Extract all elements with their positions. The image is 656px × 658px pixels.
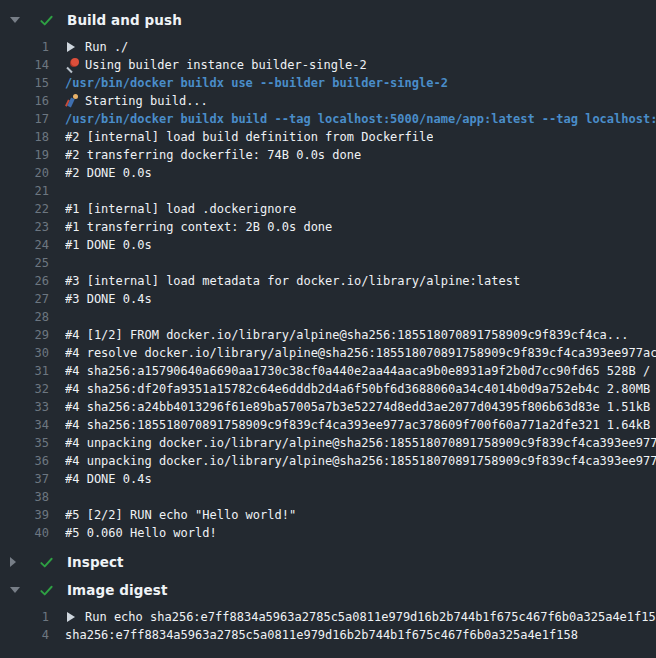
log-line: 1 Run ./: [0, 38, 656, 56]
log-text: /usr/bin/docker buildx use --builder bui…: [65, 76, 448, 90]
log-line: 1 Run echo sha256:e7ff8834a5963a2785c5a0…: [0, 608, 656, 626]
log-text: #4 sha256:a24bb4013296f61e89ba57005a7b3e…: [65, 400, 656, 414]
log-line: 27 #3 DONE 0.4s: [0, 290, 656, 308]
line-number[interactable]: 31: [0, 364, 49, 378]
log-line: 35 #4 unpacking docker.io/library/alpine…: [0, 434, 656, 452]
section-build-and-push: Build and push 1 Run ./ 14 Using builder…: [0, 6, 656, 548]
success-check-icon: [38, 12, 54, 28]
log-text: #4 resolve docker.io/library/alpine@sha2…: [65, 346, 656, 360]
log-line: 16 Starting build...: [0, 92, 656, 110]
log-line: 29 #4 [1/2] FROM docker.io/library/alpin…: [0, 326, 656, 344]
line-number[interactable]: 21: [0, 184, 49, 198]
log-text: #2 transferring dockerfile: 74B 0.0s don…: [65, 148, 361, 162]
section-title: Inspect: [67, 554, 124, 570]
section-image-digest: Image digest 1 Run echo sha256:e7ff8834a…: [0, 576, 656, 650]
play-icon: [65, 40, 81, 54]
log-text: #1 transferring context: 2B 0.0s done: [65, 220, 332, 234]
line-number[interactable]: 35: [0, 436, 49, 450]
line-number[interactable]: 24: [0, 238, 49, 252]
log-line: 37 #4 DONE 0.4s: [0, 470, 656, 488]
log-text: #4 sha256:a15790640a6690aa1730c38cf0a440…: [65, 364, 656, 378]
line-number[interactable]: 18: [0, 130, 49, 144]
log-text: #2 [internal] load build definition from…: [65, 130, 433, 144]
line-number[interactable]: 39: [0, 508, 49, 522]
line-number[interactable]: 27: [0, 292, 49, 306]
line-number[interactable]: 25: [0, 256, 49, 270]
log-line: 15 /usr/bin/docker buildx use --builder …: [0, 74, 656, 92]
line-number[interactable]: 19: [0, 148, 49, 162]
line-number[interactable]: 33: [0, 400, 49, 414]
log-block-image-digest: 1 Run echo sha256:e7ff8834a5963a2785c5a0…: [0, 604, 656, 650]
log-line: 22 #1 [internal] load .dockerignore: [0, 200, 656, 218]
log-line: 23 #1 transferring context: 2B 0.0s done: [0, 218, 656, 236]
line-number[interactable]: 28: [0, 310, 49, 324]
line-number[interactable]: 36: [0, 454, 49, 468]
line-number[interactable]: 14: [0, 58, 49, 72]
log-text: #5 [2/2] RUN echo "Hello world!": [65, 508, 296, 522]
line-number[interactable]: 40: [0, 526, 49, 540]
success-check-icon: [38, 554, 54, 570]
log-text: #4 unpacking docker.io/library/alpine@sh…: [65, 436, 656, 450]
log-text: Starting build...: [85, 94, 208, 108]
log-line: 38: [0, 488, 656, 506]
log-text: #4 sha256:df20fa9351a15782c64e6dddb2d4a6…: [65, 382, 656, 396]
log-text: #5 0.060 Hello world!: [65, 526, 217, 540]
actions-log-viewer: Build and push 1 Run ./ 14 Using builder…: [0, 0, 656, 650]
log-line: 19 #2 transferring dockerfile: 74B 0.0s …: [0, 146, 656, 164]
line-number[interactable]: 20: [0, 166, 49, 180]
log-line: 17 /usr/bin/docker buildx build --tag lo…: [0, 110, 656, 128]
log-text: Run echo sha256:e7ff8834a5963a2785c5a081…: [85, 610, 656, 624]
section-inspect: Inspect: [0, 548, 656, 576]
line-number[interactable]: 26: [0, 274, 49, 288]
line-number[interactable]: 32: [0, 382, 49, 396]
play-icon: [65, 610, 81, 624]
runner-icon: [65, 94, 81, 108]
log-text: #4 sha256:185518070891758909c9f839cf4ca3…: [65, 418, 656, 432]
line-number[interactable]: 38: [0, 490, 49, 504]
log-line: 36 #4 unpacking docker.io/library/alpine…: [0, 452, 656, 470]
chevron-right-icon[interactable]: [10, 557, 26, 567]
line-number[interactable]: 15: [0, 76, 49, 90]
section-header-build-and-push[interactable]: Build and push: [0, 6, 656, 34]
log-text: /usr/bin/docker buildx build --tag local…: [65, 112, 656, 126]
log-line: 40 #5 0.060 Hello world!: [0, 524, 656, 542]
section-header-inspect[interactable]: Inspect: [0, 548, 656, 576]
pushpin-icon: [65, 58, 81, 72]
line-number[interactable]: 16: [0, 94, 49, 108]
section-title: Build and push: [67, 12, 182, 28]
log-text: Using builder instance builder-single-2: [85, 58, 367, 72]
section-header-image-digest[interactable]: Image digest: [0, 576, 656, 604]
line-number[interactable]: 29: [0, 328, 49, 342]
chevron-down-icon[interactable]: [10, 17, 26, 23]
log-block-build-and-push: 1 Run ./ 14 Using builder instance build…: [0, 34, 656, 548]
line-number[interactable]: 22: [0, 202, 49, 216]
log-text: sha256:e7ff8834a5963a2785c5a0811e979d16b…: [65, 628, 578, 642]
line-number[interactable]: 1: [0, 40, 49, 54]
log-line: 30 #4 resolve docker.io/library/alpine@s…: [0, 344, 656, 362]
line-number[interactable]: 23: [0, 220, 49, 234]
log-text: #4 unpacking docker.io/library/alpine@sh…: [65, 454, 656, 468]
log-text: #1 [internal] load .dockerignore: [65, 202, 296, 216]
log-line: 33 #4 sha256:a24bb4013296f61e89ba57005a7…: [0, 398, 656, 416]
line-number[interactable]: 37: [0, 472, 49, 486]
log-line: 4 sha256:e7ff8834a5963a2785c5a0811e979d1…: [0, 626, 656, 644]
log-line: 14 Using builder instance builder-single…: [0, 56, 656, 74]
line-number[interactable]: 34: [0, 418, 49, 432]
log-text: #4 DONE 0.4s: [65, 472, 152, 486]
chevron-down-icon[interactable]: [10, 587, 26, 593]
line-number[interactable]: 4: [0, 628, 49, 642]
line-number[interactable]: 17: [0, 112, 49, 126]
log-line: 28: [0, 308, 656, 326]
log-line: 26 #3 [internal] load metadata for docke…: [0, 272, 656, 290]
section-title: Image digest: [67, 582, 168, 598]
log-line: 24 #1 DONE 0.0s: [0, 236, 656, 254]
success-check-icon: [38, 582, 54, 598]
log-text: #3 [internal] load metadata for docker.i…: [65, 274, 520, 288]
log-text: #3 DONE 0.4s: [65, 292, 152, 306]
line-number[interactable]: 1: [0, 610, 49, 624]
log-text: #1 DONE 0.0s: [65, 238, 152, 252]
log-line: 20 #2 DONE 0.0s: [0, 164, 656, 182]
log-line: 21: [0, 182, 656, 200]
line-number[interactable]: 30: [0, 346, 49, 360]
log-text: #4 [1/2] FROM docker.io/library/alpine@s…: [65, 328, 629, 342]
